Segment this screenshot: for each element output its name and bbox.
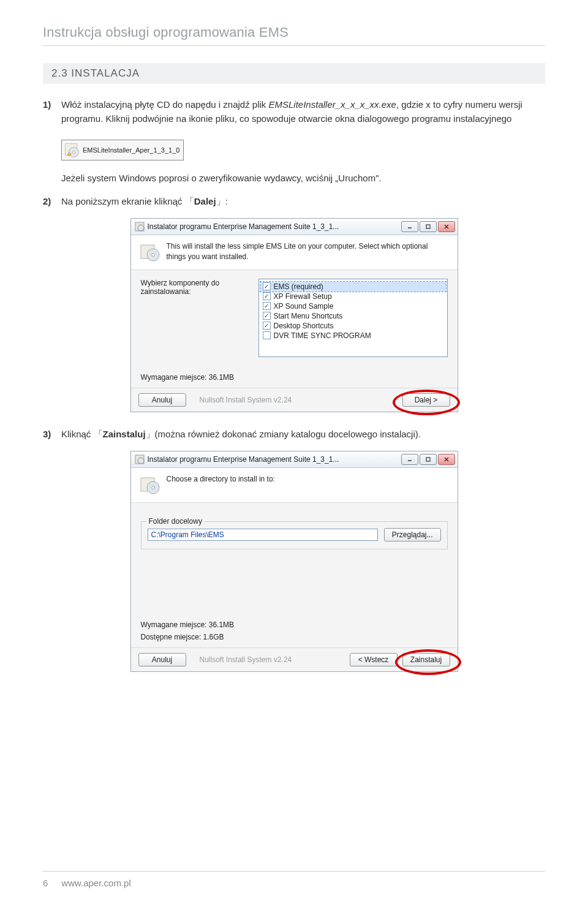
step-body: Na poniższym ekranie kliknąć 「Dalej」: (61, 194, 545, 208)
cancel-button[interactable]: Anuluj (138, 393, 186, 407)
install-path-input[interactable]: C:\Program Files\EMS (148, 529, 378, 541)
components-label: Wybierz komponenty do zainstalowania: (141, 279, 245, 296)
installer-file-icon: EMSLiteInstaller_Aper_1_3_1_0 (61, 140, 184, 160)
step-number: 1) (43, 97, 61, 126)
component-item[interactable]: XP Sound Sample (260, 301, 446, 311)
step2-text-b: 」: (216, 196, 228, 206)
svg-point-13 (138, 458, 144, 464)
svg-point-4 (138, 225, 144, 231)
dialog-top-text: Choose a directory to install in to: (167, 474, 275, 495)
maximize-button[interactable] (420, 454, 437, 465)
checkbox[interactable] (263, 292, 271, 300)
page-footer: 6 www.aper.com.pl (43, 871, 545, 888)
folder-groupbox: Folder docelowy C:\Program Files\EMS Prz… (141, 521, 448, 549)
install-button[interactable]: Zainstaluj (402, 653, 450, 666)
minimize-button[interactable] (401, 454, 418, 465)
checkbox[interactable] (263, 302, 271, 310)
app-icon (135, 222, 145, 232)
step2-text-a: Na poniższym ekranie kliknąć 「 (61, 196, 194, 206)
installer-filename: EMSLiteInstaller_x_x_x_xx.exe (269, 99, 396, 110)
svg-point-2 (72, 151, 75, 153)
checkbox[interactable] (263, 312, 271, 320)
svg-point-20 (151, 486, 154, 489)
component-item[interactable]: XP Firewall Setup (260, 292, 446, 301)
nsis-label: Nullsoft Install System v2.24 (194, 396, 395, 404)
page-number: 6 (43, 878, 48, 888)
nsis-label: Nullsoft Install System v2.24 (194, 655, 342, 664)
dialog-button-bar: Anuluj Nullsoft Install System v2.24 Dal… (131, 388, 458, 412)
checkbox[interactable] (263, 322, 271, 330)
titlebar: Instalator programu Enterprise Managemen… (131, 451, 458, 468)
component-item[interactable]: DVR TIME SYNC PROGRAM (260, 331, 446, 341)
cd-installer-icon (63, 141, 80, 159)
dialog-title: Instalator programu Enterprise Managemen… (148, 455, 339, 464)
step-1: 1) Włóż instalacyjną płytę CD do napędu … (43, 97, 545, 126)
step-number: 2) (43, 194, 61, 208)
available-space: Dostępne miejsce: 1.6GB (141, 633, 448, 641)
component-item[interactable]: Start Menu Shortcuts (260, 311, 446, 321)
doc-header: Instrukcja obsługi oprogramowania EMS (43, 25, 545, 46)
component-label: EMS (required) (274, 282, 323, 291)
footer-url: www.aper.com.pl (61, 878, 130, 888)
step3-text-a: Kliknąć 「 (61, 429, 103, 439)
dialog-header-area: This will install the less simple EMS Li… (131, 235, 458, 270)
step2-bold: Dalej (194, 196, 216, 206)
component-label: XP Firewall Setup (274, 292, 332, 301)
app-icon (135, 455, 145, 464)
svg-point-11 (151, 253, 154, 256)
component-label: DVR TIME SYNC PROGRAM (274, 331, 371, 340)
next-button[interactable]: Dalej > (402, 393, 450, 407)
component-label: XP Sound Sample (274, 302, 334, 311)
dialog-header-area: Choose a directory to install in to: (131, 468, 458, 503)
component-listbox[interactable]: EMS (required)XP Firewall SetupXP Sound … (258, 279, 448, 357)
installer-dialog-2: Instalator programu Enterprise Managemen… (130, 451, 458, 672)
step3-text-b: 」(można również dokonać zmiany katalogu … (146, 429, 421, 439)
component-label: Desktop Shortcuts (274, 322, 334, 330)
dialog-title: Instalator programu Enterprise Managemen… (148, 222, 339, 231)
close-button[interactable] (438, 454, 455, 465)
step-number: 3) (43, 427, 61, 441)
required-space: Wymagane miejsce: 36.1MB (141, 373, 448, 382)
checkbox[interactable] (263, 282, 271, 290)
maximize-button[interactable] (420, 221, 437, 232)
section-title: 2.3 INSTALACJA (43, 63, 545, 84)
installer-top-icon (140, 474, 160, 495)
step-body: Włóż instalacyjną płytę CD do napędu i z… (61, 97, 545, 126)
step1-text-a: Włóż instalacyjną płytę CD do napędu i z… (61, 99, 269, 110)
svg-rect-6 (426, 225, 430, 228)
component-item[interactable]: Desktop Shortcuts (260, 321, 446, 331)
close-button[interactable] (438, 221, 455, 232)
installer-dialog-1: Instalator programu Enterprise Managemen… (130, 218, 458, 412)
installer-top-icon (140, 241, 160, 262)
browse-button[interactable]: Przeglądaj... (384, 528, 441, 541)
component-label: Start Menu Shortcuts (274, 312, 343, 320)
folder-legend: Folder docelowy (146, 517, 205, 526)
dialog-top-text: This will install the less simple EMS Li… (167, 241, 449, 262)
svg-rect-15 (426, 458, 430, 461)
step-2: 2) Na poniższym ekranie kliknąć 「Dalej」: (43, 194, 545, 208)
checkbox[interactable] (263, 331, 271, 339)
dialog-button-bar: Anuluj Nullsoft Install System v2.24 < W… (131, 647, 458, 671)
titlebar: Instalator programu Enterprise Managemen… (131, 219, 458, 235)
cancel-button[interactable]: Anuluj (138, 653, 186, 666)
back-button[interactable]: < Wstecz (350, 653, 398, 666)
step3-bold: Zainstaluj (103, 429, 146, 439)
step-3: 3) Kliknąć 「Zainstaluj」(można również do… (43, 427, 545, 441)
required-space: Wymagane miejsce: 36.1MB (141, 620, 448, 629)
step1-note: Jeżeli system Windows poprosi o zweryfik… (61, 173, 545, 183)
minimize-button[interactable] (401, 221, 418, 232)
step-body: Kliknąć 「Zainstaluj」(można również dokon… (61, 427, 545, 441)
component-item[interactable]: EMS (required) (260, 282, 446, 292)
installer-icon-label: EMSLiteInstaller_Aper_1_3_1_0 (83, 146, 179, 154)
